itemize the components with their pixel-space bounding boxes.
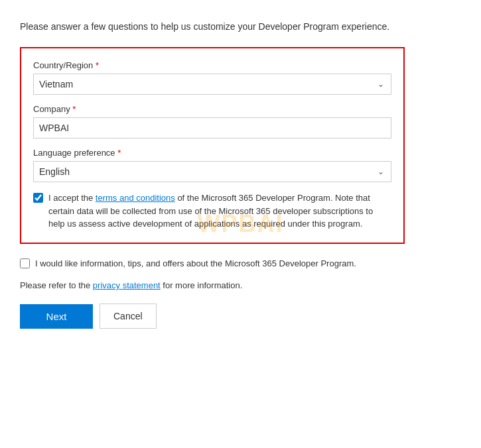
country-field-group: Country/Region * Vietnam United States U… bbox=[33, 60, 391, 95]
terms-checkbox-group: I accept the terms and conditions of the… bbox=[33, 192, 391, 231]
cancel-button[interactable]: Cancel bbox=[100, 304, 157, 329]
info-checkbox[interactable] bbox=[20, 258, 30, 268]
privacy-link[interactable]: privacy statement bbox=[93, 280, 161, 290]
intro-text: Please answer a few questions to help us… bbox=[20, 20, 391, 34]
company-input[interactable] bbox=[33, 117, 391, 139]
info-checkbox-group: I would like information, tips, and offe… bbox=[20, 257, 405, 270]
country-select-wrapper[interactable]: Vietnam United States United Kingdom Aus… bbox=[33, 74, 391, 95]
terms-checkbox[interactable] bbox=[33, 193, 43, 203]
language-select-wrapper[interactable]: English French German Spanish Japanese ⌄ bbox=[33, 161, 391, 182]
company-label: Company * bbox=[33, 104, 391, 114]
next-button[interactable]: Next bbox=[20, 304, 93, 329]
language-field-group: Language preference * English French Ger… bbox=[33, 148, 391, 182]
terms-label: I accept the terms and conditions of the… bbox=[48, 192, 391, 231]
info-label: I would like information, tips, and offe… bbox=[35, 257, 356, 270]
privacy-text: Please refer to the privacy statement fo… bbox=[20, 280, 405, 290]
button-area: Next Cancel bbox=[20, 304, 461, 329]
outside-section: I would like information, tips, and offe… bbox=[20, 257, 405, 291]
terms-link[interactable]: terms and conditions bbox=[96, 193, 175, 203]
country-label: Country/Region * bbox=[33, 60, 391, 70]
language-label: Language preference * bbox=[33, 148, 391, 158]
form-box: Country/Region * Vietnam United States U… bbox=[20, 47, 405, 244]
language-select[interactable]: English French German Spanish Japanese bbox=[34, 162, 391, 182]
button-row: Next Cancel bbox=[20, 304, 157, 329]
country-select[interactable]: Vietnam United States United Kingdom Aus… bbox=[34, 74, 391, 94]
company-field-group: Company * bbox=[33, 104, 391, 139]
